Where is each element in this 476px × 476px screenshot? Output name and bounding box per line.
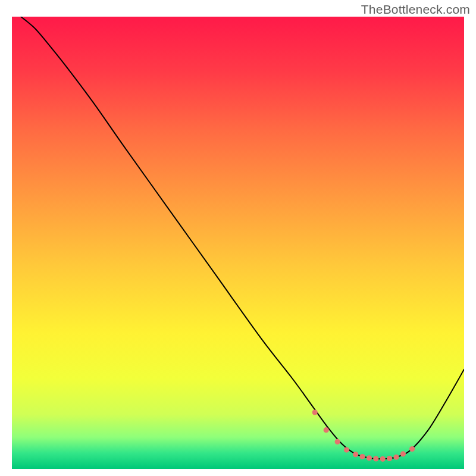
plot-area <box>12 17 464 469</box>
marker-dot <box>409 446 415 452</box>
marker-dot <box>335 439 340 444</box>
marker-dot <box>393 455 399 460</box>
marker-dot <box>400 451 406 456</box>
marker-dot <box>344 447 349 452</box>
marker-dot <box>380 456 386 462</box>
marker-dot <box>312 409 318 415</box>
marker-dot <box>387 456 392 461</box>
marker-dot <box>324 427 329 433</box>
marker-dot <box>373 456 378 461</box>
marker-dot <box>353 452 358 457</box>
marker-dot <box>367 455 372 461</box>
marker-dot <box>359 454 365 459</box>
bottleneck-chart <box>12 17 464 469</box>
watermark-label: TheBottleneck.com <box>361 2 470 17</box>
chart-container: TheBottleneck.com <box>0 0 476 476</box>
